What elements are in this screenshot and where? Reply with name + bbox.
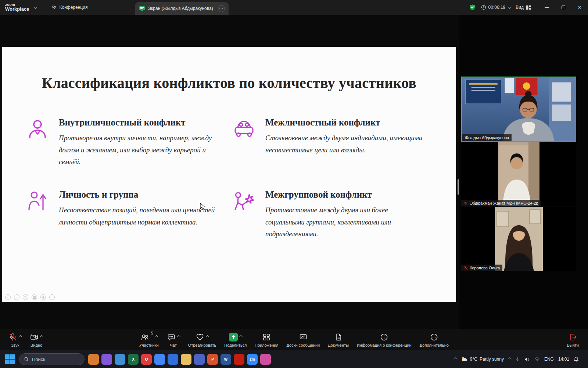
react-button[interactable]: Отреагировать [184, 329, 220, 350]
zoom-titlebar: zoom Workplace Конференция Экран (Жылдыз… [0, 0, 588, 15]
view-layout-icon [526, 5, 531, 10]
apps-label: Приложения [255, 343, 278, 347]
system-tray: 9°C Partly sunny ENG 14:01 [454, 355, 585, 363]
participants-button[interactable]: 5 Участники [135, 329, 163, 350]
view-label: Вид [516, 5, 524, 10]
screen-share-icon [139, 6, 145, 11]
conflict-heading: Межгрупповой конфликт [265, 190, 423, 200]
taskbar-app-teams[interactable] [194, 354, 205, 365]
search-label: Поиск [32, 357, 45, 362]
video-button[interactable]: Видео [26, 329, 47, 350]
participants-menu-chevron-icon[interactable] [154, 335, 158, 339]
minimize-icon [545, 7, 549, 8]
video-tile-olga[interactable]: Королева Ольга [461, 207, 576, 271]
wifi-icon[interactable] [534, 357, 540, 361]
conflict-item-intergroup: Межгрупповой конфликт Противостояние меж… [232, 190, 423, 240]
start-button[interactable] [4, 354, 15, 365]
conflict-heading: Межличностный конфликт [265, 117, 423, 128]
taskbar-app-teams-personal[interactable] [101, 354, 112, 365]
leave-meeting-icon [569, 333, 577, 342]
conflict-item-interpersonal: Межличностный конфликт Столкновение межд… [232, 117, 423, 168]
view-button[interactable]: Вид [516, 5, 531, 10]
chat-button[interactable]: Чат [163, 329, 184, 350]
tab-meeting[interactable]: Конференция [47, 0, 92, 15]
maximize-button[interactable] [555, 0, 571, 15]
chat-menu-chevron-icon[interactable] [177, 335, 180, 339]
apps-grid-icon [262, 333, 271, 342]
meeting-info-button[interactable]: Информация о конференции [353, 329, 416, 350]
hidden-icons-chevron-icon[interactable] [453, 357, 457, 361]
documents-button[interactable]: Документы [324, 329, 353, 350]
react-menu-chevron-icon[interactable] [206, 335, 209, 339]
taskbar-app-excel[interactable]: X [128, 354, 139, 365]
windows-taskbar: Поиск X O P W zm 9°C Partly sunny [0, 350, 588, 368]
tab-options-icon[interactable]: ⋯ [218, 5, 225, 12]
meeting-info-label: Информация о конференции [357, 343, 412, 347]
conflict-body: Столкновение между двумя индивидами, име… [265, 132, 423, 156]
language-indicator[interactable]: ENG [544, 357, 554, 362]
logo-workplace-text: Workplace [5, 7, 29, 12]
taskbar-app-chrome[interactable] [154, 354, 165, 365]
tray-mic-muted-icon[interactable] [515, 357, 520, 362]
audio-button[interactable]: Звук [4, 329, 26, 350]
leave-button[interactable]: Выйти [563, 329, 583, 350]
conflict-item-intrapersonal: Внутриличностный конфликт Противоречия в… [26, 117, 232, 168]
share-label: Поделиться [224, 343, 247, 347]
apps-button[interactable]: Приложения [251, 329, 282, 350]
workspace-menu-chevron-icon[interactable] [33, 5, 37, 9]
video-tile-zhanat[interactable]: Әбдірахман Жанат М2–ПМНО-24-2р [461, 142, 576, 206]
close-button[interactable]: ✕ [571, 0, 588, 15]
speaker-icon[interactable] [524, 357, 530, 362]
chat-icon [167, 333, 176, 342]
participant-name-badge: Әбдірахман Жанат М2–ПМНО-24-2р [461, 200, 541, 206]
info-icon [380, 333, 388, 342]
boards-button[interactable]: Доски сообщений [282, 329, 324, 350]
tray-clock[interactable]: 14:01 [558, 357, 569, 362]
person-conflict-burst-icon [232, 190, 256, 213]
weather-widget[interactable]: 9°C Partly sunny [461, 357, 504, 362]
participant-name: Жылдыз Абдыракунова [465, 135, 509, 140]
whiteboard-icon [299, 333, 308, 342]
security-shield-icon[interactable] [469, 4, 476, 11]
audio-menu-chevron-icon[interactable] [19, 335, 22, 339]
taskbar-app-files[interactable] [181, 354, 191, 365]
more-button[interactable]: Дополнительно [416, 329, 453, 350]
clock-icon [481, 5, 486, 10]
people-in-car-icon [232, 117, 256, 141]
taskbar-app-photos[interactable] [260, 354, 271, 365]
participants-count-badge: 5 [151, 331, 153, 335]
panel-resize-handle[interactable] [458, 179, 459, 195]
windows-logo-icon [5, 354, 10, 359]
presentation-slide: Классификация конфликтов по количеству у… [2, 47, 456, 302]
taskbar-app-widgets[interactable] [88, 354, 99, 365]
show-desktop-strip[interactable] [585, 355, 585, 363]
taskbar-app-powerpoint[interactable]: P [207, 354, 218, 365]
video-tile-zhyldyz[interactable]: Жылдыз Абдыракунова [461, 77, 576, 142]
tray-overflow-chevron-icon[interactable] [508, 357, 512, 361]
taskbar-app-zoom[interactable]: zm [247, 354, 258, 365]
camera-off-icon [30, 333, 39, 342]
document-icon [334, 333, 343, 342]
meeting-timer[interactable]: 00:06:19 [481, 5, 510, 10]
video-menu-chevron-icon[interactable] [40, 335, 44, 339]
share-menu-chevron-icon[interactable] [239, 335, 243, 339]
tab-meeting-label: Конференция [60, 5, 88, 10]
taskbar-app-media[interactable] [115, 354, 125, 365]
meeting-content-area: Классификация конфликтов по количеству у… [0, 15, 588, 329]
notifications-bell-icon[interactable] [574, 357, 579, 362]
slide-pen-icon: ✎ [23, 294, 28, 300]
slide-prev-icon: ‹ [5, 294, 11, 300]
share-screen-button[interactable]: Поделиться [220, 329, 251, 350]
conflict-body: Противоречия внутри личности, например, … [59, 132, 227, 168]
taskbar-app-acrobat[interactable] [234, 354, 244, 365]
participants-icon [140, 333, 149, 342]
tab-screen-share[interactable]: Экран (Жылдыз Абдыракунова) ⋯ [135, 2, 228, 15]
timer-chevron-icon[interactable] [508, 5, 511, 9]
taskbar-app-word[interactable]: W [220, 354, 231, 365]
taskbar-app-calendar[interactable] [168, 354, 178, 365]
timer-value: 00:06:19 [488, 5, 506, 10]
heart-react-icon [196, 333, 204, 342]
taskbar-search[interactable]: Поиск [19, 353, 85, 365]
taskbar-app-opera[interactable]: O [141, 354, 152, 365]
minimize-button[interactable] [538, 0, 555, 15]
